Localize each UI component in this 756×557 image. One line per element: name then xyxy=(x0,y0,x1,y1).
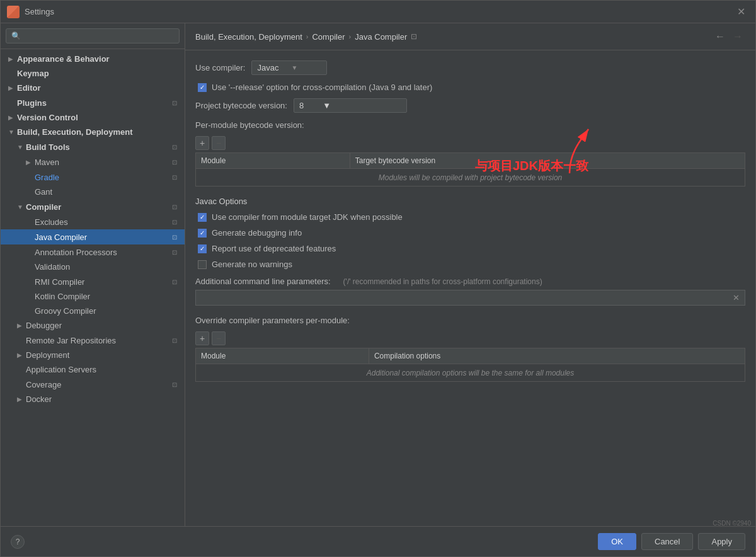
opt2-checkbox[interactable] xyxy=(198,229,207,238)
close-button[interactable]: ✕ xyxy=(733,4,749,19)
additional-params-section: Additional command line parameters: ('/'… xyxy=(195,277,745,286)
sidebar-item-label: Build, Execution, Deployment xyxy=(17,127,180,137)
sidebar-item-build-tools[interactable]: ▼ Build Tools ⊡ xyxy=(1,139,185,154)
opt3-checkbox[interactable] xyxy=(198,244,207,253)
arrow-icon: ▶ xyxy=(17,352,26,359)
sidebar-item-label: Validation xyxy=(35,262,180,272)
release-option-row: Use '--release' option for cross-compila… xyxy=(195,83,745,92)
pin-icon: ⊡ xyxy=(169,172,180,182)
sidebar-item-plugins[interactable]: Plugins ⊡ xyxy=(1,95,185,110)
opt3-row: Report use of deprecated features xyxy=(195,244,745,253)
table-hint: Modules will be compiled with project by… xyxy=(196,169,745,187)
arrow-icon: ▶ xyxy=(8,114,17,121)
sidebar-item-editor[interactable]: ▶ Editor xyxy=(1,81,185,95)
sidebar-item-excludes[interactable]: Excludes ⊡ xyxy=(1,214,185,229)
sidebar-item-label: Editor xyxy=(17,83,180,93)
pin-icon: ⊡ xyxy=(169,277,180,287)
search-input[interactable] xyxy=(6,28,180,43)
sidebar-tree: ▶ Appearance & Behavior Keymap ▶ Editor … xyxy=(1,49,185,526)
override-label: Override compiler parameters per-module: xyxy=(195,316,745,325)
nav-back-button[interactable]: ← xyxy=(713,30,728,43)
compiler-value: Javac xyxy=(257,63,278,72)
pin-icon: ⊡ xyxy=(169,142,180,152)
watermark: CSDN ©2940 xyxy=(713,520,751,527)
main-content: Build, Execution, Deployment › Compiler … xyxy=(185,23,755,526)
sidebar-item-rmi[interactable]: RMI Compiler ⊡ xyxy=(1,274,185,289)
release-option-checkbox[interactable] xyxy=(198,83,207,92)
sidebar-item-groovy[interactable]: Groovy Compiler xyxy=(1,304,185,318)
add-module-button[interactable]: + xyxy=(195,136,209,150)
sidebar-item-gant[interactable]: Gant xyxy=(1,185,185,199)
use-compiler-label: Use compiler: xyxy=(195,63,245,72)
module-column-header: Module xyxy=(196,153,350,169)
arrow-icon: ▼ xyxy=(8,129,17,135)
sidebar-item-label: Deployment xyxy=(26,350,180,360)
target-column-header: Target bytecode version xyxy=(350,153,745,169)
override-toolbar: + − xyxy=(195,331,745,345)
clear-input-icon[interactable]: ✕ xyxy=(733,293,740,302)
footer-left: ? xyxy=(11,535,25,549)
arrow-icon: ▼ xyxy=(17,144,26,151)
sidebar-item-label: Kotlin Compiler xyxy=(35,292,180,301)
apply-button[interactable]: Apply xyxy=(698,533,745,550)
arrow-icon: ▶ xyxy=(26,159,35,166)
sidebar-item-remote-jar[interactable]: Remote Jar Repositories ⊡ xyxy=(1,333,185,348)
sidebar-item-appearance[interactable]: ▶ Appearance & Behavior xyxy=(1,52,185,66)
bytecode-dropdown[interactable]: 8 ▼ xyxy=(294,98,407,113)
cross-platform-hint: ('/' recommended in paths for cross-plat… xyxy=(343,277,542,286)
sidebar-item-compiler[interactable]: ▼ Compiler ⊡ xyxy=(1,199,185,214)
sidebar-item-docker[interactable]: ▶ Docker xyxy=(1,392,185,406)
bytecode-row: Project bytecode version: 8 ▼ xyxy=(195,98,745,113)
sidebar-item-kotlin[interactable]: Kotlin Compiler xyxy=(1,289,185,304)
nav-forward-button[interactable]: → xyxy=(730,30,745,43)
pin-icon: ⊡ xyxy=(169,157,180,167)
title-bar: Settings ✕ xyxy=(1,1,755,23)
module-col2-header: Module xyxy=(196,348,369,364)
breadcrumb-part2: Compiler xyxy=(312,32,345,42)
sidebar-item-deployment[interactable]: ▶ Deployment xyxy=(1,348,185,362)
sidebar-item-label: Appearance & Behavior xyxy=(17,54,180,64)
command-line-textfield[interactable] xyxy=(201,294,733,302)
pin-icon: ⊡ xyxy=(169,247,180,257)
sidebar-item-label: Build Tools xyxy=(26,142,167,152)
sidebar-item-annotation[interactable]: Annotation Processors ⊡ xyxy=(1,244,185,260)
sidebar-item-app-servers[interactable]: Application Servers xyxy=(1,362,185,377)
sidebar-item-coverage[interactable]: Coverage ⊡ xyxy=(1,377,185,392)
sidebar-item-gradle[interactable]: Gradle ⊡ xyxy=(1,169,185,185)
sidebar-item-label: Compiler xyxy=(26,202,167,212)
add-override-button[interactable]: + xyxy=(195,331,209,345)
bytecode-label: Project bytecode version: xyxy=(195,101,287,110)
override-table: Module Compilation options Additional co… xyxy=(195,348,745,382)
arrow-icon: ▶ xyxy=(17,396,26,403)
content-wrapper: 与项目JDK版本一致 Use compiler: Javac ▼ Use '--… xyxy=(185,50,755,526)
sidebar-item-label: Remote Jar Repositories xyxy=(26,336,167,345)
sidebar-item-build-exec[interactable]: ▼ Build, Execution, Deployment xyxy=(1,125,185,139)
release-option-label: Use '--release' option for cross-compila… xyxy=(212,83,432,92)
compiler-dropdown[interactable]: Javac ▼ xyxy=(251,60,327,75)
arrow-icon: ▶ xyxy=(17,322,26,329)
help-button[interactable]: ? xyxy=(11,535,25,549)
per-module-table: Module Target bytecode version Modules w… xyxy=(195,152,745,187)
sidebar-item-label: Application Servers xyxy=(26,365,180,374)
sidebar-item-version-control[interactable]: ▶ Version Control xyxy=(1,110,185,125)
opt1-label: Use compiler from module target JDK when… xyxy=(212,212,403,222)
sidebar-item-label: Annotation Processors xyxy=(35,248,167,257)
sidebar-item-keymap[interactable]: Keymap xyxy=(1,66,185,81)
sidebar-item-validation[interactable]: Validation xyxy=(1,260,185,274)
sidebar-item-label: Plugins xyxy=(17,98,167,108)
opt1-checkbox[interactable] xyxy=(198,213,207,222)
ok-button[interactable]: OK xyxy=(598,533,636,550)
opt4-checkbox[interactable] xyxy=(198,260,207,269)
sidebar-item-java-compiler[interactable]: Java Compiler ⊡ xyxy=(1,229,185,244)
breadcrumb-separator: › xyxy=(306,33,309,40)
sidebar-item-maven[interactable]: ▶ Maven ⊡ xyxy=(1,154,185,169)
cancel-button[interactable]: Cancel xyxy=(641,533,693,550)
sidebar-item-debugger[interactable]: ▶ Debugger xyxy=(1,318,185,333)
opt2-row: Generate debugging info xyxy=(195,228,745,238)
opt1-row: Use compiler from module target JDK when… xyxy=(195,212,745,222)
command-line-input[interactable]: ✕ xyxy=(195,290,745,306)
remove-module-button[interactable]: − xyxy=(212,136,226,150)
javac-options-title: Javac Options xyxy=(195,197,745,206)
remove-override-button[interactable]: − xyxy=(212,331,226,345)
opt2-label: Generate debugging info xyxy=(212,228,302,238)
